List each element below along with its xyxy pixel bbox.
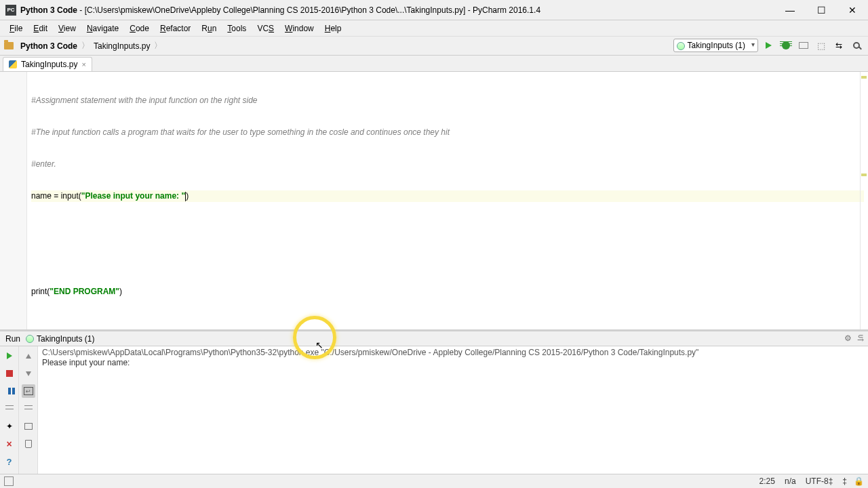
menu-code[interactable]: Code (124, 22, 155, 35)
coverage-button[interactable] (796, 38, 811, 53)
breadcrumb-sep-icon: 〉 (154, 40, 162, 52)
gear-icon: ⬚ (817, 41, 825, 51)
run-config-dropdown[interactable]: TakingInputs (1) (673, 39, 758, 52)
menu-run[interactable]: Run (196, 22, 222, 35)
code-comment-line: #Assignment statement with the input fun… (31, 96, 258, 105)
console-exe-line: C:\Users\pmiskew\AppData\Local\Programs\… (42, 348, 698, 357)
print-icon (24, 423, 33, 430)
menu-window[interactable]: Window (279, 22, 319, 35)
menu-view[interactable]: View (53, 22, 81, 35)
pin-icon: ✦ (6, 422, 13, 431)
breadcrumb-sep-icon: 〉 (81, 40, 90, 52)
tab-close-button[interactable]: × (81, 60, 85, 68)
help-button[interactable]: ? (3, 455, 16, 468)
code-active-line: name = input("Please input your name: ") (31, 190, 864, 202)
soft-wrap-icon: ↩ (24, 387, 33, 395)
folder-icon (4, 42, 14, 49)
trace-up-button[interactable] (22, 349, 35, 363)
run-config-name: TakingInputs (1) (37, 334, 94, 344)
editor-gutter (0, 72, 27, 329)
code-comment-line: #enter. (31, 159, 56, 169)
tool-window-hide-button[interactable]: ⥹ (857, 333, 864, 343)
status-caret-pos: 2:25 (760, 476, 775, 486)
play-icon (7, 352, 12, 359)
run-button[interactable] (761, 38, 776, 53)
pause-button[interactable] (3, 384, 16, 398)
run-toolbar-right: ↩ (19, 346, 38, 474)
breadcrumb-root[interactable]: Python 3 Code (18, 40, 80, 52)
stop-icon (6, 370, 13, 377)
help-icon: ? (7, 457, 12, 467)
sync-icon: ⇆ (835, 41, 842, 50)
stop-process-button[interactable]: ⬚ (814, 38, 829, 53)
print-button[interactable] (22, 420, 35, 433)
lock-icon: 🔒 (854, 476, 864, 486)
menu-file[interactable]: File (4, 22, 28, 35)
trace-down-button[interactable] (22, 367, 35, 380)
stop-button[interactable] (3, 367, 16, 380)
editor-marker-strip[interactable] (860, 72, 868, 329)
run-tool-window: Run TakingInputs (1) ⚙ ⥹ ✦ × ? ↩ C:\User… (0, 331, 868, 474)
run-config-icon (26, 335, 34, 343)
menu-navigate[interactable]: Navigate (81, 22, 124, 35)
rerun-button[interactable] (3, 349, 16, 363)
status-line-sep[interactable]: n/a (785, 476, 796, 486)
editor-tabbar: TakingInputs.py × (0, 56, 868, 72)
tool-window-settings-button[interactable]: ⚙ (844, 333, 852, 343)
warning-marker[interactable] (861, 76, 867, 79)
code-comment-line: #The input function calls a program that… (31, 127, 450, 137)
bug-icon (782, 41, 790, 49)
run-panel-label: Run (5, 334, 20, 344)
clear-all-button[interactable] (22, 437, 35, 451)
tool-windows-button[interactable] (4, 476, 14, 486)
pin-tab-button[interactable]: ✦ (3, 420, 16, 433)
window-titlebar: PC Python 3 Code - [C:\Users\pmiskew\One… (0, 0, 868, 20)
menu-refactor[interactable]: Refactor (155, 22, 196, 35)
play-icon (766, 42, 772, 49)
restore-layout-button[interactable] (3, 402, 16, 415)
run-toolbar-left: ✦ × ? (0, 346, 19, 474)
main-menubar: File Edit View Navigate Code Refactor Ru… (0, 20, 868, 37)
pause-icon (8, 388, 11, 394)
menu-vcs[interactable]: VCS (252, 22, 279, 35)
warning-marker[interactable] (861, 174, 867, 176)
window-close-button[interactable]: ✕ (837, 0, 868, 20)
search-everywhere-button[interactable] (849, 38, 864, 53)
update-button[interactable]: ⇆ (831, 38, 846, 53)
search-icon (853, 42, 860, 49)
window-title: Python 3 Code - [C:\Users\pmiskew\OneDri… (20, 5, 540, 15)
editor-tab-label: TakingInputs.py (21, 60, 77, 69)
menu-tools[interactable]: Tools (222, 22, 252, 35)
status-readonly[interactable]: ‡ (842, 476, 847, 486)
run-panel-header: Run TakingInputs (1) ⚙ ⥹ (0, 331, 868, 346)
status-bar: 2:25 n/a UTF-8‡ ‡ 🔒 (0, 474, 868, 488)
window-minimize-button[interactable]: — (774, 0, 806, 20)
console-output[interactable]: C:\Users\pmiskew\AppData\Local\Programs\… (38, 346, 868, 474)
debug-button[interactable] (778, 38, 793, 53)
menu-edit[interactable]: Edit (28, 22, 53, 35)
navigation-bar: Python 3 Code 〉 TakingInputs.py 〉 Taking… (0, 37, 868, 56)
app-icon: PC (5, 5, 16, 16)
arrow-up-icon (26, 354, 31, 359)
python-file-icon (9, 60, 17, 68)
status-encoding[interactable]: UTF-8‡ (806, 476, 833, 486)
soft-wrap-button[interactable]: ↩ (22, 384, 35, 398)
editor-tab[interactable]: TakingInputs.py × (3, 57, 92, 71)
layout-icon (5, 405, 14, 412)
trash-icon (25, 440, 32, 448)
close-tab-button[interactable]: × (3, 437, 16, 451)
code-editor[interactable]: #Assignment statement with the input fun… (0, 72, 868, 329)
scroll-to-end-button[interactable] (22, 402, 35, 415)
window-maximize-button[interactable]: ☐ (806, 0, 837, 20)
coverage-icon (799, 42, 808, 49)
arrow-down-icon (26, 371, 31, 376)
scroll-end-icon (24, 405, 33, 412)
console-prompt-line: Please input your name: (42, 358, 132, 367)
breadcrumb-file[interactable]: TakingInputs.py (91, 40, 153, 52)
close-icon: × (6, 439, 12, 449)
menu-help[interactable]: Help (319, 22, 347, 35)
